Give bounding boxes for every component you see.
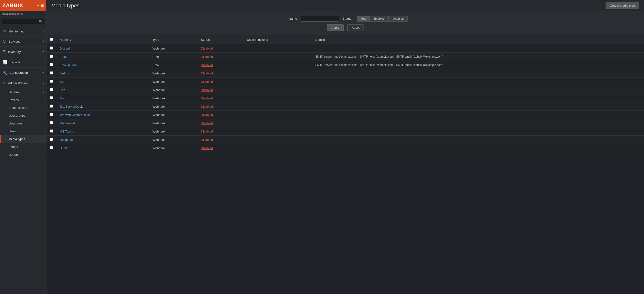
row-checkbox[interactable] [50,80,53,83]
table-row: iTop Webhook Disabled [46,86,644,94]
status-badge[interactable]: Disabled [201,121,213,125]
row-checkbox[interactable] [50,121,53,124]
col-name[interactable]: Name ▲ [56,35,149,44]
row-used-in-actions [244,44,312,53]
row-name-link[interactable]: Opsgenie [60,138,73,142]
sidebar-item-authentication[interactable]: Authentication [0,104,46,112]
row-used-in-actions [244,53,312,61]
select-all-checkbox[interactable] [50,38,53,41]
row-type: Webhook [149,44,198,53]
status-badge[interactable]: Disabled [201,72,213,75]
row-name-link[interactable]: MS Teams [60,130,74,133]
row-type: Webhook [149,127,198,136]
row-name: Mattermost [56,119,149,127]
status-enabled-button[interactable]: Enabled [370,16,388,21]
row-checkbox[interactable] [50,146,53,149]
nav-label-inventory: Inventory [8,50,42,54]
status-badge[interactable]: Disabled [201,55,213,58]
row-used-in-actions [244,69,312,77]
row-status: Disabled [198,94,244,102]
nav-item-administration[interactable]: ⚙ Administration ▴ [0,78,46,88]
row-details [312,136,644,144]
status-badge[interactable]: Disabled [201,146,213,150]
row-checkbox[interactable] [50,129,53,133]
nav-item-configuration[interactable]: 🔧 Configuration ▾ [0,68,46,78]
row-checkbox[interactable] [50,63,53,66]
sidebar-item-user-groups[interactable]: User groups [0,112,46,119]
row-checkbox-cell [46,69,56,77]
row-details [312,111,644,119]
row-checkbox[interactable] [50,55,53,58]
search-input[interactable] [4,20,39,23]
row-type: Webhook [149,69,198,77]
row-checkbox[interactable] [50,71,53,74]
nav-monitoring: 👁 Monitoring ▾ [0,26,46,36]
row-name-link[interactable]: iTop [60,88,65,92]
inventory-icon: ☰ [2,49,6,54]
sidebar-item-media-types[interactable]: Media types [0,135,46,143]
status-badge[interactable]: Disabled [201,105,213,108]
row-checkbox[interactable] [50,46,53,49]
nav-item-monitoring[interactable]: 👁 Monitoring ▾ [0,26,46,36]
sidebar-item-users[interactable]: Users [0,127,46,135]
status-badge[interactable]: Disabled [201,96,213,100]
row-type: Email [149,61,198,69]
row-name-link[interactable]: Email [60,55,68,58]
reset-button[interactable]: Reset [348,24,364,31]
row-name-link[interactable]: Discord [60,47,70,50]
users-label: Users [8,129,16,133]
row-checkbox[interactable] [50,138,53,141]
row-checkbox-cell [46,119,56,127]
status-badge[interactable]: Disabled [201,113,213,117]
row-name-link[interactable]: iLert [60,80,66,83]
row-checkbox[interactable] [50,113,53,116]
collapse-icon[interactable]: « [37,3,39,7]
col-details: Details [312,35,644,44]
status-badge[interactable]: Disabled [201,130,213,133]
expand-icon[interactable]: ⊡ [41,3,44,7]
row-details [312,77,644,86]
row-checkbox-cell [46,61,56,69]
administration-icon: ⚙ [2,81,6,85]
row-checkbox[interactable] [50,96,53,99]
row-checkbox[interactable] [50,88,53,91]
nav-item-services[interactable]: ⏱ Services ▾ [0,36,46,46]
status-badge[interactable]: Disabled [201,63,213,67]
status-badge[interactable]: Disabled [201,138,213,142]
row-name-link[interactable]: Email (HTML) [60,63,78,67]
row-name-link[interactable]: Jira with CustomFields [60,113,91,117]
row-details [312,144,644,152]
nav-label-services: Services [8,40,42,43]
status-badge[interactable]: Disabled [201,88,213,92]
services-arrow: ▾ [42,40,44,43]
row-checkbox-cell [46,111,56,119]
filter-area: Name Status Any Enabled Disabled Apply R… [46,11,644,35]
nav-item-reports[interactable]: 📊 Reports ▾ [0,57,46,67]
name-filter-input[interactable] [301,16,339,21]
row-details: SMTP server: "mail.example.com", SMTP he… [312,61,644,69]
row-name-link[interactable]: Jira [60,96,64,100]
select-all-col [46,35,56,44]
status-badge[interactable]: Disabled [201,47,213,50]
configuration-arrow: ▾ [42,71,44,74]
create-media-type-button[interactable]: Create media type [606,2,639,9]
status-disabled-button[interactable]: Disabled [388,16,408,21]
sidebar-item-scripts[interactable]: Scripts [0,143,46,151]
table-header-row: Name ▲ Type Status Used in actions Detai… [46,35,644,44]
status-any-button[interactable]: Any [357,16,370,21]
sidebar-item-queue[interactable]: Queue › [0,151,46,159]
nav-item-inventory[interactable]: ☰ Inventory ▾ [0,47,46,57]
name-sort-icon: ▲ [69,39,72,41]
apply-button[interactable]: Apply [327,24,344,31]
sidebar-item-general[interactable]: General › [0,88,46,96]
sidebar-item-user-roles[interactable]: User roles [0,119,46,127]
row-name-link[interactable]: Jira ServiceDesk [60,105,83,108]
row-name-link[interactable]: Mattermost [60,121,75,125]
status-badge[interactable]: Disabled [201,80,213,83]
row-checkbox[interactable] [50,105,53,108]
sidebar-item-proxies[interactable]: Proxies [0,96,46,104]
row-used-in-actions [244,119,312,127]
nav-administration: ⚙ Administration ▴ General › Proxies Aut… [0,78,46,159]
row-name-link[interactable]: ford_tg [60,72,69,75]
row-name-link[interactable]: OTRS [60,146,68,150]
